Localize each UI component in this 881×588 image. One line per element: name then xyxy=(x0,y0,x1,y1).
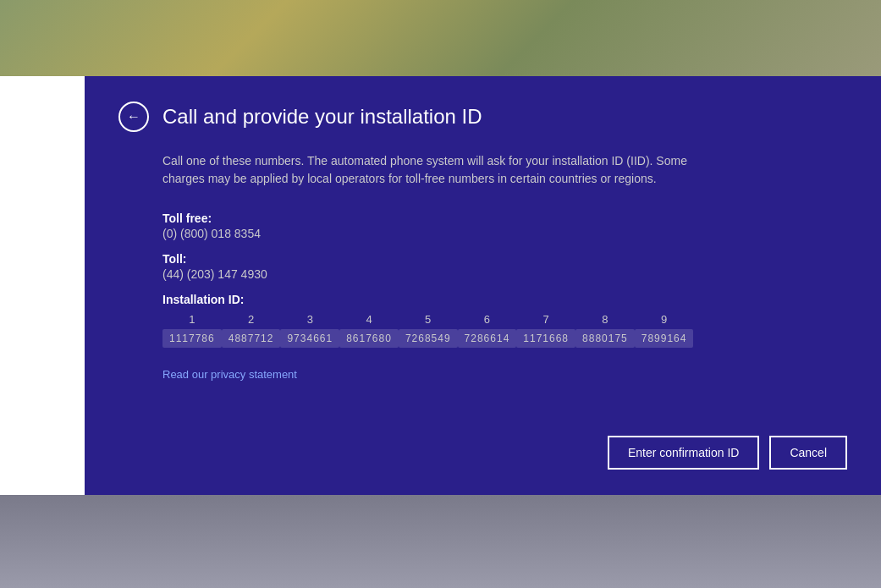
id-column: 24887712 xyxy=(222,313,281,348)
confirm-button[interactable]: Enter confirmation ID xyxy=(608,436,760,470)
id-column: 39734661 xyxy=(280,313,339,348)
back-button[interactable] xyxy=(118,102,149,132)
installation-id-section: Installation ID: 11117786248877123973466… xyxy=(162,293,847,348)
id-col-number: 2 xyxy=(248,313,254,326)
id-col-number: 8 xyxy=(602,313,608,326)
id-col-number: 4 xyxy=(366,313,372,326)
dialog-title: Call and provide your installation ID xyxy=(162,105,482,129)
toll-free-value: (0) (800) 018 8354 xyxy=(162,227,847,240)
id-column: 57268549 xyxy=(399,313,458,348)
id-col-number: 9 xyxy=(661,313,667,326)
id-column: 88880175 xyxy=(575,313,635,348)
id-col-value: 1117786 xyxy=(162,329,222,348)
toll-section: Toll: (44) (203) 147 4930 xyxy=(162,252,847,281)
id-col-value: 8617680 xyxy=(339,329,399,348)
installation-id-label: Installation ID: xyxy=(162,293,847,306)
cancel-button[interactable]: Cancel xyxy=(769,436,847,470)
id-col-number: 1 xyxy=(189,313,195,326)
id-col-number: 3 xyxy=(307,313,313,326)
id-col-number: 7 xyxy=(543,313,549,326)
toll-free-label: Toll free: xyxy=(162,212,847,225)
id-col-value: 4887712 xyxy=(222,329,281,348)
id-col-number: 5 xyxy=(425,313,431,326)
installation-id-grid: 1111778624887712397346614861768057268549… xyxy=(162,313,847,348)
toll-value: (44) (203) 147 4930 xyxy=(162,267,847,281)
id-col-number: 6 xyxy=(484,313,490,326)
background-bottom xyxy=(0,495,881,588)
dialog-header: Call and provide your installation ID xyxy=(118,102,847,132)
id-col-value: 9734661 xyxy=(280,329,339,348)
dialog-container: Call and provide your installation ID Ca… xyxy=(85,76,881,495)
id-col-value: 1171668 xyxy=(516,329,575,348)
toll-free-section: Toll free: (0) (800) 018 8354 xyxy=(162,212,847,240)
id-column: 71171668 xyxy=(516,313,575,348)
id-column: 97899164 xyxy=(635,313,694,348)
id-column: 11117786 xyxy=(162,313,222,348)
id-column: 67286614 xyxy=(458,313,517,348)
toll-label: Toll: xyxy=(162,252,847,266)
dialog-description: Call one of these numbers. The automated… xyxy=(162,152,721,188)
privacy-link[interactable]: Read our privacy statement xyxy=(162,368,297,381)
background-top xyxy=(0,0,881,76)
id-column: 48617680 xyxy=(339,313,399,348)
dialog-footer: Enter confirmation ID Cancel xyxy=(118,422,847,470)
dialog-body: Call one of these numbers. The automated… xyxy=(118,152,847,422)
id-col-value: 7286614 xyxy=(458,329,517,348)
id-col-value: 7268549 xyxy=(399,329,458,348)
id-col-value: 7899164 xyxy=(635,329,694,348)
id-col-value: 8880175 xyxy=(575,329,635,348)
